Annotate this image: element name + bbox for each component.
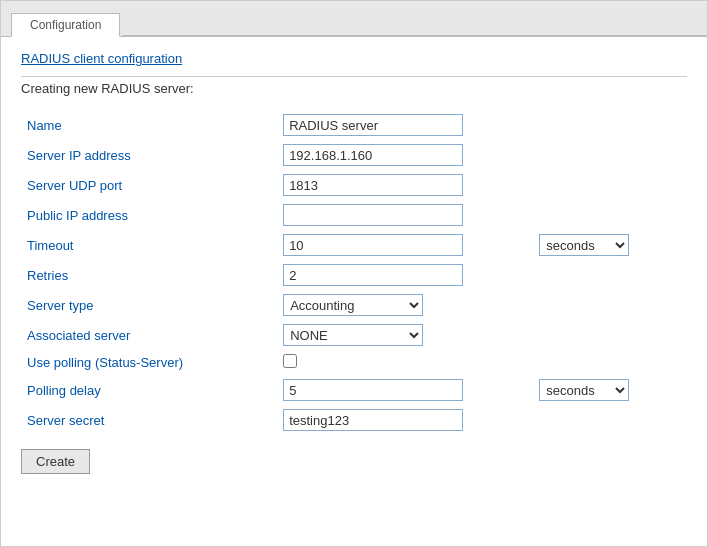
create-button[interactable]: Create — [21, 449, 90, 474]
polling-unit-group: seconds minutes hours — [539, 379, 681, 401]
form-table: Name Server IP address Server UDP port — [21, 110, 687, 435]
name-input[interactable] — [283, 114, 463, 136]
use-polling-checkbox[interactable] — [283, 354, 297, 368]
public-ip-input[interactable] — [283, 204, 463, 226]
tab-configuration[interactable]: Configuration — [11, 13, 120, 37]
row-public-ip: Public IP address — [21, 200, 687, 230]
public-ip-cell — [277, 200, 533, 230]
server-udp-cell — [277, 170, 533, 200]
server-udp-label: Server UDP port — [21, 170, 277, 200]
timeout-unit-cell: seconds minutes hours — [533, 230, 687, 260]
row-server-udp: Server UDP port — [21, 170, 687, 200]
server-udp-input[interactable] — [283, 174, 463, 196]
name-cell — [277, 110, 533, 140]
polling-delay-input[interactable] — [283, 379, 463, 401]
section-title: Creating new RADIUS server: — [21, 81, 687, 96]
form-content: RADIUS client configuration Creating new… — [1, 37, 707, 546]
polling-delay-label: Polling delay — [21, 375, 277, 405]
use-polling-cell — [277, 350, 533, 375]
row-retries: Retries — [21, 260, 687, 290]
row-timeout: Timeout seconds minutes hours — [21, 230, 687, 260]
associated-select[interactable]: NONE — [283, 324, 423, 346]
server-ip-cell — [277, 140, 533, 170]
polling-unit-select[interactable]: seconds minutes hours — [539, 379, 629, 401]
row-server-type: Server type Authentication Accounting — [21, 290, 687, 320]
timeout-label: Timeout — [21, 230, 277, 260]
polling-unit-cell: seconds minutes hours — [533, 375, 687, 405]
server-ip-input[interactable] — [283, 144, 463, 166]
server-type-select[interactable]: Authentication Accounting — [283, 294, 423, 316]
retries-input[interactable] — [283, 264, 463, 286]
tab-bar: Configuration — [1, 1, 707, 37]
server-secret-label: Server secret — [21, 405, 277, 435]
name-label: Name — [21, 110, 277, 140]
row-server-ip: Server IP address — [21, 140, 687, 170]
server-secret-cell — [277, 405, 533, 435]
retries-cell — [277, 260, 533, 290]
server-type-cell: Authentication Accounting — [277, 290, 533, 320]
polling-delay-cell — [277, 375, 533, 405]
associated-label: Associated server — [21, 320, 277, 350]
timeout-unit-select[interactable]: seconds minutes hours — [539, 234, 629, 256]
use-polling-label: Use polling (Status-Server) — [21, 350, 277, 375]
server-type-label: Server type — [21, 290, 277, 320]
server-ip-label: Server IP address — [21, 140, 277, 170]
row-polling-delay: Polling delay seconds minutes hours — [21, 375, 687, 405]
timeout-input[interactable] — [283, 234, 463, 256]
server-secret-input[interactable] — [283, 409, 463, 431]
public-ip-label: Public IP address — [21, 200, 277, 230]
row-server-secret: Server secret — [21, 405, 687, 435]
timeout-cell — [277, 230, 533, 260]
row-associated: Associated server NONE — [21, 320, 687, 350]
tab-line — [122, 9, 707, 36]
breadcrumb[interactable]: RADIUS client configuration — [21, 51, 687, 66]
divider-top — [21, 76, 687, 77]
main-window: Configuration RADIUS client configuratio… — [0, 0, 708, 547]
row-use-polling: Use polling (Status-Server) — [21, 350, 687, 375]
timeout-unit-group: seconds minutes hours — [539, 234, 681, 256]
associated-cell: NONE — [277, 320, 533, 350]
retries-label: Retries — [21, 260, 277, 290]
row-name: Name — [21, 110, 687, 140]
